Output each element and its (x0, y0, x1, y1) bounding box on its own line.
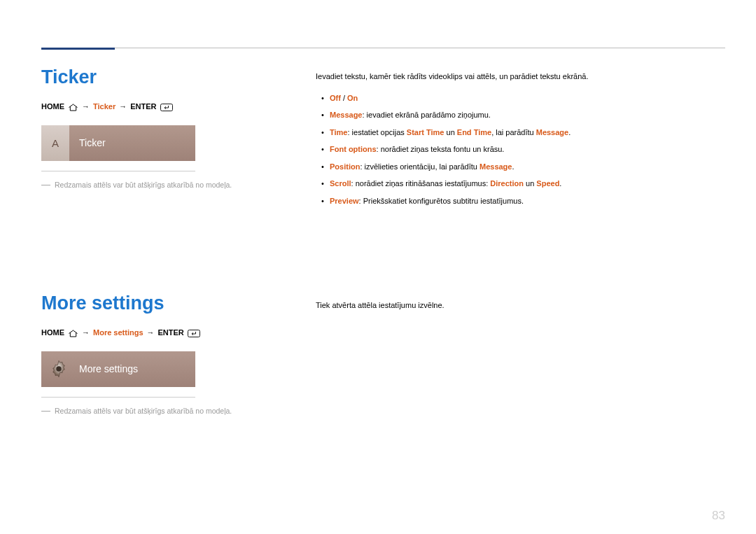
ticker-bullets: Off / On Message: ievadiet ekrānā parādā… (316, 92, 718, 207)
label-speed: Speed (536, 179, 559, 188)
label-message: Message (330, 111, 362, 119)
tile-ticker: A Ticker (41, 125, 195, 161)
enter-icon (188, 328, 200, 337)
tile-ticker-badge: A (41, 125, 69, 161)
label-preview: Preview (330, 197, 359, 205)
divider (41, 397, 195, 398)
right-column-ticker: Ievadiet tekstu, kamēr tiek rādīts video… (316, 71, 718, 212)
text: . (512, 162, 514, 171)
svg-point-2 (56, 366, 61, 371)
tile-more-settings-label: More settings (69, 363, 138, 374)
breadcrumb-enter: ENTER (130, 102, 156, 111)
note-dash: ― (41, 406, 50, 415)
page-number: 83 (712, 509, 725, 523)
label-position: Position (330, 162, 360, 171)
text: un (524, 179, 536, 188)
breadcrumb-home: HOME (41, 328, 64, 337)
note-ticker: ― Redzamais attēls var būt atšķirīgs atk… (41, 180, 251, 190)
tile-ticker-label: Ticker (69, 137, 106, 148)
breadcrumb-enter: ENTER (158, 328, 184, 337)
note-text: Redzamais attēls var būt atšķirīgs atkar… (55, 406, 232, 416)
bullet-off-on: Off / On (316, 92, 718, 104)
text: : norādiet ziņas ritināšanas iestatījumu… (351, 179, 491, 188)
text: un (444, 128, 456, 136)
home-icon (68, 102, 78, 111)
heading-more-settings: More settings (41, 293, 265, 314)
breadcrumb-arrow: → (82, 102, 90, 111)
more-settings-intro: Tiek atvērta attēla iestatījumu izvēlne. (316, 300, 718, 311)
enter-icon (160, 102, 173, 111)
note-dash: ― (41, 180, 50, 189)
gear-icon (48, 358, 69, 379)
breadcrumb-arrow: → (82, 328, 90, 337)
text: : iestatiet opcijas (347, 128, 406, 136)
left-column-more-settings: More settings HOME → More settings → ENT… (41, 293, 265, 416)
text: : Priekšskatiet konfigurētos subtitru ie… (359, 197, 524, 205)
breadcrumb-arrow: → (147, 328, 155, 337)
breadcrumb-ticker-label: Ticker (93, 102, 115, 111)
text: : norādiet ziņas teksta fontu un krāsu. (377, 145, 505, 153)
right-column-more-settings: Tiek atvērta attēla iestatījumu izvēlne. (316, 300, 718, 321)
text: . (568, 128, 570, 136)
bullet-scroll: Scroll: norādiet ziņas ritināšanas iesta… (316, 178, 718, 190)
bullet-message: Message: ievadiet ekrānā parādāmo ziņoju… (316, 109, 718, 121)
page-top-border (41, 48, 725, 48)
label-on: On (347, 94, 358, 102)
left-column-ticker: Ticker HOME → Ticker → ENTER A Ticker ― … (41, 66, 265, 190)
divider (41, 171, 195, 171)
svg-rect-0 (160, 104, 172, 111)
svg-rect-1 (188, 330, 200, 337)
home-icon (68, 328, 78, 337)
bullet-time: Time: iestatiet opcijas Start Time un En… (316, 127, 718, 139)
label-off: Off (330, 94, 341, 102)
label-start-time: Start Time (407, 128, 444, 136)
breadcrumb-arrow: → (119, 102, 127, 111)
bullet-position: Position: izvēlieties orientāciju, lai p… (316, 161, 718, 173)
label-end-time: End Time (457, 128, 491, 136)
text: , lai parādītu (491, 128, 536, 136)
accent-bar (41, 48, 115, 50)
label-message: Message (479, 162, 512, 171)
label-message: Message (536, 128, 568, 136)
label-time: Time (330, 128, 347, 136)
tile-more-settings: More settings (41, 351, 195, 387)
note-more-settings: ― Redzamais attēls var būt atšķirīgs atk… (41, 406, 251, 416)
text: . (559, 179, 561, 188)
bullet-font-options: Font options: norādiet ziņas teksta font… (316, 143, 718, 155)
breadcrumb-more-settings: HOME → More settings → ENTER (41, 328, 265, 337)
breadcrumb-ticker: HOME → Ticker → ENTER (41, 102, 265, 111)
breadcrumb-home: HOME (41, 102, 64, 111)
label-direction: Direction (490, 179, 524, 188)
text: : ievadiet ekrānā parādāmo ziņojumu. (362, 111, 490, 119)
breadcrumb-more-settings-label: More settings (93, 328, 144, 337)
label-font-options: Font options (330, 145, 377, 153)
slash: / (341, 94, 347, 102)
note-text: Redzamais attēls var būt atšķirīgs atkar… (55, 180, 232, 190)
text: : izvēlieties orientāciju, lai parādītu (360, 162, 479, 171)
ticker-intro: Ievadiet tekstu, kamēr tiek rādīts video… (316, 71, 718, 83)
label-scroll: Scroll (330, 179, 351, 188)
heading-ticker: Ticker (41, 66, 265, 88)
bullet-preview: Preview: Priekšskatiet konfigurētos subt… (316, 195, 718, 207)
